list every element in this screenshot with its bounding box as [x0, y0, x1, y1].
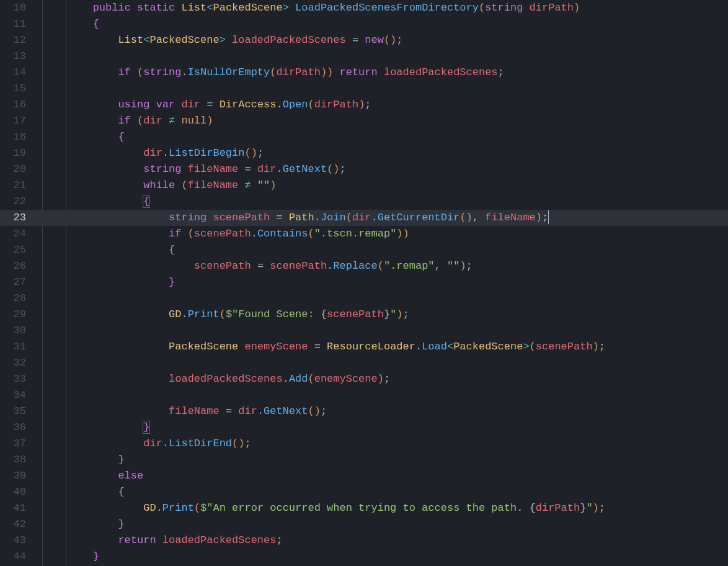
code-line[interactable]: string scenePath = Path.Join(dir.GetCurr…: [42, 210, 728, 226]
token: LoadPackedScenesFromDirectory: [295, 2, 479, 14]
code-line[interactable]: [42, 81, 728, 97]
token: ListDirBegin: [169, 147, 244, 159]
token: [42, 341, 169, 353]
code-editor[interactable]: 1011121314151617181920212223242526272829…: [0, 0, 728, 566]
token: >: [283, 2, 289, 14]
code-line[interactable]: GD.Print($"Found Scene: {scenePath}");: [42, 307, 728, 323]
line-number: 19: [0, 145, 26, 161]
code-line[interactable]: loadedPackedScenes.Add(enemyScene);: [42, 371, 728, 387]
token: >: [220, 34, 226, 46]
code-line[interactable]: {: [42, 242, 728, 258]
token: scenePath: [536, 341, 593, 353]
code-content[interactable]: public static List<PackedScene> LoadPack…: [42, 0, 728, 565]
code-line[interactable]: return loadedPackedScenes;: [42, 532, 728, 549]
line-number: 26: [0, 258, 26, 274]
line-number: 30: [0, 323, 26, 339]
token: string: [143, 163, 181, 175]
token: [206, 212, 213, 223]
code-line[interactable]: }: [42, 420, 728, 436]
token: (: [308, 373, 314, 385]
token: .: [257, 405, 264, 417]
token: [175, 115, 181, 127]
line-number: 42: [0, 516, 26, 532]
code-line[interactable]: {: [42, 484, 728, 500]
code-line[interactable]: scenePath = scenePath.Replace(".remap", …: [42, 258, 728, 274]
token: [42, 550, 93, 562]
code-line[interactable]: [42, 355, 728, 371]
line-number: 17: [0, 113, 26, 129]
line-number: 39: [0, 468, 26, 484]
code-line[interactable]: if (dir ≠ null): [42, 113, 728, 129]
token: [378, 66, 384, 78]
token: =: [257, 260, 264, 272]
code-line[interactable]: while (fileName ≠ ""): [42, 177, 728, 194]
token: .: [327, 260, 333, 272]
code-line[interactable]: dir.ListDirEnd();: [42, 436, 728, 452]
token: ;: [276, 534, 282, 546]
token: PackedScene: [149, 34, 219, 46]
token: scenePath: [194, 260, 251, 272]
token: .: [314, 212, 321, 223]
code-line[interactable]: dir.ListDirBegin();: [42, 145, 728, 161]
code-line[interactable]: }: [42, 452, 728, 468]
code-line[interactable]: [42, 387, 728, 403]
token: [42, 470, 118, 482]
token: PackedScene: [213, 2, 282, 14]
code-line[interactable]: string fileName = dir.GetNext();: [42, 161, 728, 177]
token: [226, 34, 232, 46]
token: ,: [473, 212, 479, 223]
token: ): [593, 341, 599, 353]
token: {: [530, 502, 536, 514]
token: .: [162, 438, 169, 449]
token: <: [447, 341, 453, 353]
token: dir: [143, 115, 162, 127]
code-line[interactable]: [42, 290, 728, 307]
token: string: [169, 212, 206, 223]
code-line[interactable]: List<PackedScene> loadedPackedScenes = n…: [42, 32, 728, 48]
token: }: [384, 308, 390, 320]
token: [308, 341, 314, 353]
token: if: [169, 228, 181, 240]
code-line[interactable]: if (string.IsNullOrEmpty(dirPath)) retur…: [42, 65, 728, 81]
code-pane[interactable]: public static List<PackedScene> LoadPack…: [42, 0, 728, 566]
code-line[interactable]: [42, 48, 728, 65]
token: (: [479, 2, 485, 14]
token: return: [340, 66, 378, 78]
line-number: 32: [0, 355, 26, 371]
code-line[interactable]: {: [42, 129, 728, 145]
line-number: 21: [0, 177, 26, 194]
token: scenePath: [270, 260, 327, 272]
code-line[interactable]: if (scenePath.Contains(".tscn.remap")): [42, 226, 728, 242]
line-number: 34: [0, 387, 26, 403]
code-line[interactable]: {: [42, 194, 728, 210]
code-line[interactable]: [42, 323, 728, 339]
code-line[interactable]: }: [42, 516, 728, 532]
token: [131, 2, 137, 14]
code-line[interactable]: GD.Print($"An error occurred when trying…: [42, 500, 728, 516]
code-line[interactable]: public static List<PackedScene> LoadPack…: [42, 0, 728, 16]
token: .: [181, 66, 187, 78]
token: [238, 179, 244, 191]
code-line[interactable]: PackedScene enemyScene = ResourceLoader.…: [42, 339, 728, 355]
line-number: 15: [0, 81, 26, 97]
token: ): [327, 66, 333, 78]
token: ): [270, 179, 276, 191]
token: dir: [257, 163, 277, 175]
line-number: 44: [0, 549, 26, 565]
line-number: 28: [0, 290, 26, 307]
token: scenePath: [213, 212, 270, 223]
token: (: [194, 502, 200, 514]
token: .: [415, 341, 422, 353]
code-line[interactable]: fileName = dir.GetNext();: [42, 403, 728, 420]
token: [42, 502, 143, 514]
token: ): [536, 212, 542, 223]
code-line[interactable]: }: [42, 549, 728, 565]
code-line[interactable]: {: [42, 16, 728, 32]
code-line[interactable]: }: [42, 274, 728, 290]
token: ): [574, 2, 580, 14]
token: {: [93, 18, 99, 30]
code-line[interactable]: using var dir = DirAccess.Open(dirPath);: [42, 97, 728, 113]
token: dirPath: [536, 502, 580, 514]
code-line[interactable]: else: [42, 468, 728, 484]
token: [162, 115, 169, 127]
